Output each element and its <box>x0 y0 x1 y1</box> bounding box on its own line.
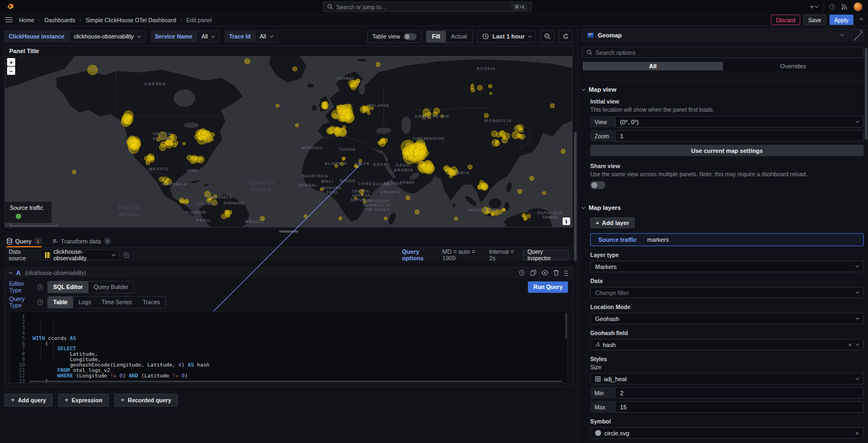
editor-type-query-builder[interactable]: Query Builder <box>88 281 134 293</box>
sql-horizontal-scrollbar[interactable] <box>29 381 562 382</box>
clear-icon[interactable]: × <box>856 430 859 436</box>
variable-label: Trace Id <box>225 30 255 42</box>
collapse-options-icon[interactable] <box>859 18 863 22</box>
tab-query[interactable]: Query 1 <box>7 237 42 247</box>
map-attribution-button[interactable]: i <box>563 217 570 225</box>
time-range-picker[interactable]: Last 1 hour <box>477 30 536 43</box>
query-inspector-button[interactable]: Query Inspector <box>522 250 569 260</box>
fill-actual-switch: Fill Actual <box>426 30 473 43</box>
refresh-button[interactable] <box>559 30 573 43</box>
toggle-knob[interactable] <box>404 33 417 40</box>
expression-button[interactable]: +Expression <box>58 394 109 407</box>
datasource-help-icon[interactable]: ? <box>124 252 129 258</box>
sql-vertical-scrollbar[interactable] <box>565 313 567 339</box>
drag-handle-icon[interactable] <box>564 270 568 276</box>
section-map-view[interactable]: Map view <box>582 80 864 93</box>
trash-icon[interactable] <box>553 269 559 276</box>
zoom-out-time-button[interactable] <box>540 30 554 43</box>
chevron-down-icon[interactable] <box>856 342 859 346</box>
tab-overrides[interactable]: Overrides <box>723 62 864 70</box>
add-layer-button[interactable]: +Add layer <box>590 217 635 228</box>
duplicate-icon[interactable] <box>530 269 537 276</box>
sql-editor[interactable]: 123456789101112131415 WITH coords AS ( S… <box>9 311 568 383</box>
geohash-field-select[interactable]: A hash × <box>590 339 864 350</box>
variable-service-name: Service Name All <box>151 30 220 42</box>
zoom-inline-label: Zoom <box>590 130 615 142</box>
geomap-canvas[interactable]: RUSSIACANADAUNITED STATESMEXICOGUATEMALA… <box>5 56 572 227</box>
options-pane-scrollbar[interactable] <box>865 48 867 140</box>
map-zoom-out-button[interactable]: – <box>7 67 15 75</box>
zoom-out-icon <box>544 33 551 40</box>
variable-value-dropdown[interactable]: All <box>255 30 278 42</box>
options-search-input[interactable]: Search options <box>582 47 864 58</box>
query-type-time-series[interactable]: Time Series <box>96 297 137 308</box>
use-current-map-settings-button[interactable]: Use current map settings <box>590 145 864 156</box>
save-button[interactable]: Save <box>803 15 826 25</box>
country-label: GUATEMALA <box>162 182 187 187</box>
query-type-logs[interactable]: Logs <box>73 297 97 308</box>
history-icon[interactable] <box>519 269 525 276</box>
menu-icon[interactable] <box>5 17 12 22</box>
editor-type-sql-editor[interactable]: SQL Editor <box>48 281 88 293</box>
add-menu-button[interactable]: + <box>809 3 818 11</box>
table-view-toggle[interactable]: Table view <box>367 30 422 43</box>
query-type-help-icon[interactable]: ? <box>37 299 43 305</box>
breadcrumb-dashboards[interactable]: Dashboards <box>44 17 75 23</box>
layer-type-select[interactable]: Markers <box>590 261 864 272</box>
map-scale-line <box>10 223 58 226</box>
panel-header[interactable]: Panel Title <box>5 46 572 56</box>
map-labels: RUSSIACANADAUNITED STATESMEXICOGUATEMALA… <box>5 56 572 227</box>
sql-line: SELECT <box>33 346 567 351</box>
breadcrumb-home[interactable]: Home <box>19 17 34 23</box>
query-type-label: Query Type <box>9 296 35 309</box>
variable-value-dropdown[interactable]: clickhouse-observability <box>69 30 145 42</box>
view-select[interactable]: (0°, 0°) <box>615 116 864 127</box>
apply-button[interactable]: Apply <box>829 15 853 25</box>
editor-type-help-icon[interactable]: ? <box>37 284 43 290</box>
layer-item-source-traffic[interactable]: Source traffic markers <box>590 233 864 246</box>
datasource-picker[interactable]: clickhouse-observability <box>41 249 119 260</box>
news-icon[interactable] <box>841 3 848 10</box>
help-icon[interactable]: ? <box>829 4 835 10</box>
variable-label: ClickHouse instance <box>4 30 69 42</box>
actual-option[interactable]: Actual <box>446 31 473 42</box>
max-input[interactable]: 15 <box>615 401 864 413</box>
variable-value-dropdown[interactable]: All <box>196 30 219 42</box>
country-label: MONGOLIA <box>484 118 512 123</box>
country-label: BELARUS <box>369 104 389 108</box>
size-field-select[interactable]: adj_heat <box>590 373 864 384</box>
collapse-query-icon[interactable] <box>9 270 12 274</box>
collapse-pane-button[interactable] <box>851 29 864 41</box>
query-row-header[interactable]: A (clickhouse-observability) <box>5 267 572 278</box>
tab-all[interactable]: All <box>583 62 723 70</box>
section-map-layers[interactable]: Map layers <box>582 198 864 211</box>
sql-code[interactable]: WITH coords AS ( SELECT Latitude, Longit… <box>28 312 567 383</box>
min-input[interactable]: 2 <box>615 387 864 399</box>
location-mode-select[interactable]: Geohash <box>590 313 864 324</box>
chevron-down-icon[interactable] <box>840 33 844 36</box>
share-view-toggle[interactable] <box>590 181 605 189</box>
fill-option[interactable]: Fill <box>426 31 445 42</box>
country-label: VENEZUELA <box>207 195 232 200</box>
symbol-select[interactable]: circle.svg × <box>590 427 864 439</box>
eye-icon[interactable] <box>541 269 548 276</box>
zoom-input[interactable]: 1 <box>615 130 864 142</box>
global-search-input[interactable]: Search or jump to... ⌘+k <box>323 2 532 12</box>
add-query-button[interactable]: +Add query <box>4 394 53 407</box>
grafana-logo-icon[interactable] <box>5 2 15 11</box>
breadcrumb-dashboard-name[interactable]: Simple ClickHouse OTel Dashboard <box>86 17 176 23</box>
data-filter-select[interactable]: Change filter <box>590 287 864 298</box>
user-avatar[interactable] <box>853 2 863 11</box>
visualization-picker[interactable]: Geomap <box>582 29 848 41</box>
recorded-query-button[interactable]: +Recorded query <box>114 394 178 407</box>
tab-transform-data[interactable]: Transform data 0 <box>52 237 111 247</box>
query-type-traces[interactable]: Traces <box>137 297 165 308</box>
discard-button[interactable]: Discard <box>771 15 800 25</box>
clear-icon[interactable]: × <box>848 342 852 348</box>
query-type-table[interactable]: Table <box>48 297 73 308</box>
legend-marker-dot <box>16 214 21 219</box>
map-zoom-in-button[interactable]: + <box>7 58 15 66</box>
query-options-toggle[interactable]: Query options <box>402 248 438 261</box>
left-pane-scrollbar[interactable] <box>574 132 577 261</box>
run-query-button[interactable]: Run Query <box>528 281 568 293</box>
